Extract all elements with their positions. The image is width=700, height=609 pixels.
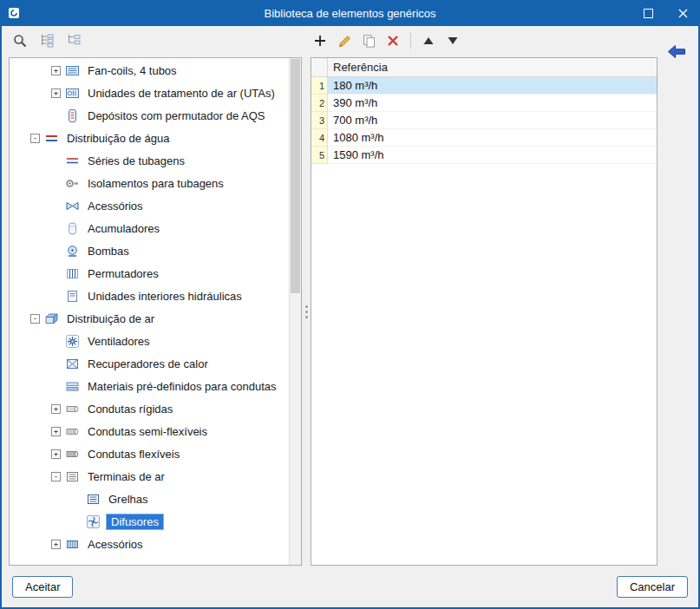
tree-item-series-de-tubagens[interactable]: Séries de tubagens (10, 149, 290, 172)
row-reference: 700 m³/h (328, 112, 657, 129)
tree-item-difusores[interactable]: Difusores (10, 510, 290, 533)
maximize-button[interactable] (631, 0, 665, 26)
tree-item-label: Materiais pré-definidos para condutas (85, 379, 279, 394)
expand-tree-button[interactable] (37, 31, 56, 50)
search-button[interactable] (10, 31, 29, 50)
table-header: Referência (311, 58, 657, 77)
row-number: 5 (311, 147, 328, 164)
window-icon (8, 7, 20, 19)
tree-item-depositos-com-permutador-de-aqs[interactable]: Depósitos com permutador de AQS (10, 104, 290, 127)
duct-material-icon (65, 379, 80, 394)
collapse-tree-button[interactable] (64, 31, 83, 50)
table-row[interactable]: 2390 m³/h (311, 95, 657, 112)
semiflex-duct-icon (65, 424, 80, 439)
expand-plus-icon[interactable]: + (51, 404, 61, 414)
hydraulic-unit-icon (65, 289, 80, 304)
air-terminal-icon (65, 469, 80, 484)
expand-plus-icon[interactable]: + (51, 540, 61, 549)
collapse-minus-icon[interactable]: - (30, 314, 40, 324)
tree-item-unidades-interiores-hidraulicas[interactable]: Unidades interiores hidráulicas (10, 285, 290, 307)
tree-item-label: Isolamentos para tubagens (85, 176, 226, 191)
scrollbar-thumb[interactable] (291, 59, 300, 293)
tree-item-label: Recuperadores de calor (85, 357, 211, 371)
collapse-minus-icon[interactable]: - (30, 134, 40, 143)
table-row[interactable]: 41080 m³/h (311, 129, 657, 147)
reference-table: Referência 1180 m³/h2390 m³/h3700 m³/h41… (311, 57, 657, 566)
uta-icon (65, 86, 80, 101)
delete-button[interactable] (383, 31, 402, 50)
element-tree: +Fan-coils, 4 tubos+Unidades de tratamen… (10, 58, 290, 565)
row-reference: 180 m³/h (328, 77, 657, 95)
tree-item-isolamentos-para-tubagens[interactable]: Isolamentos para tubagens (10, 172, 290, 194)
air-accessory-icon (65, 537, 80, 552)
move-up-icon (422, 36, 435, 46)
tree-item-label: Unidades de tratamento de ar (UTAs) (85, 86, 278, 101)
search-icon (12, 33, 28, 49)
move-down-button[interactable] (443, 31, 462, 50)
tree-item-grelhas[interactable]: Grelhas (10, 488, 290, 510)
expand-plus-icon[interactable]: + (51, 66, 61, 75)
table-row[interactable]: 51590 m³/h (311, 147, 657, 164)
tree-item-materiais-pre-definidos-para-condutas[interactable]: Materiais pré-definidos para condutas (10, 375, 290, 397)
close-button[interactable] (665, 0, 700, 26)
tree-item-fan-coils-4-tubos[interactable]: +Fan-coils, 4 tubos (10, 59, 290, 82)
expand-plus-icon[interactable]: + (51, 427, 61, 436)
tree-item-label: Permutadores (85, 266, 161, 281)
tree-item-acessorios[interactable]: Acessórios (10, 194, 290, 217)
accumulator-icon (65, 221, 80, 236)
tree-item-terminais-de-ar[interactable]: -Terminais de ar (10, 465, 290, 488)
collapse-minus-icon[interactable]: - (51, 472, 61, 481)
expand-plus-icon[interactable]: + (51, 88, 61, 98)
add-button[interactable] (311, 31, 330, 50)
tree-item-label: Grelhas (106, 492, 151, 507)
tree-item-condutas-flexiveis[interactable]: +Condutas flexíveis (10, 442, 290, 465)
water-distribution-icon (44, 131, 59, 146)
fan-coil-icon (65, 63, 80, 78)
tree-panel: +Fan-coils, 4 tubos+Unidades de tratamen… (9, 57, 302, 566)
accept-button[interactable]: Aceitar (12, 576, 73, 598)
tree-item-label: Distribuição de ar (64, 311, 157, 326)
expand-tree-icon (39, 33, 55, 49)
expand-plus-icon[interactable]: + (51, 449, 61, 459)
collapse-tree-icon (66, 33, 82, 49)
tree-item-distribuicao-de-ar[interactable]: -Distribuição de ar (10, 307, 290, 330)
tree-item-label: Ventiladores (85, 334, 153, 349)
add-icon (313, 34, 327, 48)
row-number-header (311, 58, 328, 76)
table-body: 1180 m³/h2390 m³/h3700 m³/h41080 m³/h515… (311, 77, 657, 164)
table-row[interactable]: 1180 m³/h (311, 77, 657, 95)
tree-item-label: Condutas rígidas (85, 402, 175, 416)
tree-item-label: Condutas flexíveis (85, 447, 182, 462)
tree-item-condutas-rigidas[interactable]: +Condutas rígidas (10, 397, 290, 420)
tree-item-bombas[interactable]: Bombas (10, 239, 290, 262)
tree-item-ventiladores[interactable]: Ventiladores (10, 330, 290, 352)
tree-scrollbar[interactable] (289, 58, 301, 565)
tree-item-permutadores[interactable]: Permutadores (10, 262, 290, 285)
panel-splitter[interactable] (303, 57, 311, 566)
tree-item-condutas-semi-flexiveis[interactable]: +Condutas semi-flexíveis (10, 420, 290, 442)
move-up-button[interactable] (419, 31, 438, 50)
tree-item-acumuladores[interactable]: Acumuladores (10, 217, 290, 239)
tree-item-acessorios[interactable]: +Acessórios (10, 533, 290, 555)
tree-item-recuperadores-de-calor[interactable]: Recuperadores de calor (10, 352, 290, 375)
valve-icon (65, 199, 80, 213)
fan-icon (65, 334, 80, 349)
row-number: 3 (311, 112, 328, 129)
table-row[interactable]: 3700 m³/h (311, 112, 657, 129)
edit-button[interactable] (335, 31, 354, 50)
tree-item-unidades-de-tratamento-de-ar-utas[interactable]: +Unidades de tratamento de ar (UTAs) (10, 82, 290, 104)
copy-button[interactable] (359, 31, 378, 50)
tree-item-distribuicao-de-agua[interactable]: -Distribuição de água (10, 127, 290, 149)
window-controls (631, 0, 700, 26)
pipe-insulation-icon (65, 176, 80, 191)
toolbar (2, 26, 698, 56)
tank-aqs-icon (65, 108, 80, 123)
diffuser-icon (86, 514, 101, 529)
tree-item-label: Acessórios (85, 537, 146, 552)
tree-item-label: Bombas (85, 244, 132, 259)
back-button[interactable] (664, 43, 689, 61)
cancel-button[interactable]: Cancelar (617, 576, 688, 598)
exchanger-icon (65, 266, 80, 281)
dialog-window: Biblioteca de elementos genéricos (0, 0, 700, 609)
toolbar-separator (410, 33, 411, 49)
